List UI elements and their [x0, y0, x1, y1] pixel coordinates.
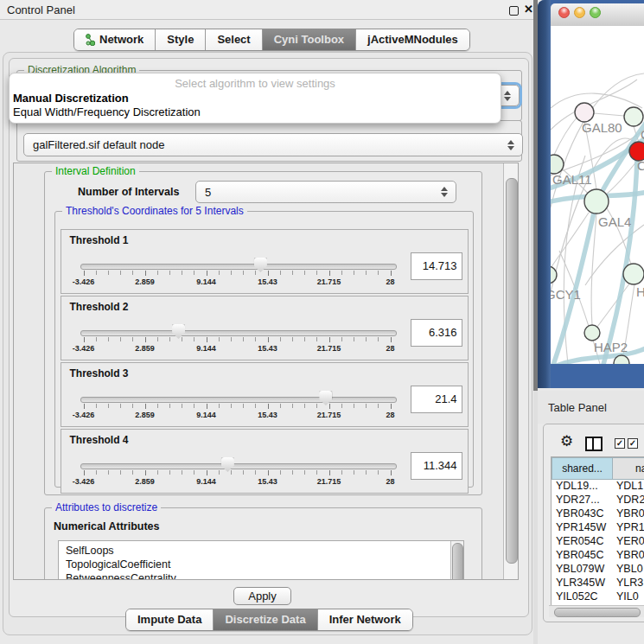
split-columns-icon[interactable] — [585, 437, 603, 451]
network-node-h[interactable] — [623, 264, 644, 284]
tick-label: 21.715 — [307, 411, 352, 419]
threshold-value-field[interactable]: 11.344 — [411, 452, 462, 480]
node-table[interactable]: shared... na YDL19...YDL1YDR27...YDR2YBR… — [551, 456, 644, 609]
tick-label: 15.43 — [245, 477, 290, 486]
list-item[interactable]: TopologicalCoefficient — [59, 558, 463, 571]
table-row[interactable]: YLR345WYLR3 — [552, 576, 644, 590]
table-row[interactable]: YDR27...YDR2 — [552, 493, 644, 507]
column-header-name[interactable]: na — [612, 457, 644, 480]
network-node[interactable] — [624, 107, 643, 126]
tick-mark — [207, 470, 207, 475]
network-window-titlebar[interactable] — [551, 3, 644, 27]
threshold-slider-track[interactable] — [80, 463, 397, 469]
node-label: GCY1 — [551, 287, 581, 302]
tick-label: 28 — [368, 344, 413, 353]
threshold-slider-track[interactable] — [80, 264, 397, 270]
panel-scrollbar-thumb[interactable] — [506, 178, 518, 564]
numerical-attributes-list[interactable]: SelfLoopsTopologicalCoefficientBetweenne… — [58, 540, 464, 580]
tick-mark — [169, 271, 170, 275]
threshold-label: Threshold 1 — [70, 234, 129, 246]
tab-discretize-data[interactable]: Discretize Data — [214, 609, 317, 630]
table-hscrollbar-thumb[interactable] — [554, 608, 641, 617]
tab-jactivemnodules[interactable]: jActiveMNodules — [356, 29, 469, 50]
threshold-value-field[interactable]: 21.4 — [411, 386, 462, 413]
tab-cyni-toolbox[interactable]: Cyni Toolbox — [263, 29, 356, 50]
tick-mark — [304, 470, 305, 475]
table-row[interactable]: YBR045CYBR0 — [552, 548, 644, 562]
network-node-gal80[interactable] — [575, 103, 594, 122]
tick-mark — [329, 271, 330, 276]
table-row[interactable]: YBL079WYBL0 — [552, 562, 644, 576]
tick-mark — [169, 470, 170, 475]
table-row[interactable]: YDL19...YDL1 — [552, 479, 644, 493]
threshold-rows: Threshold 1-3.4262.8599.14415.4321.71528… — [55, 212, 473, 494]
threshold-row: Threshold 4-3.4262.8599.14415.4321.71528… — [61, 429, 469, 494]
threshold-slider-handle[interactable] — [172, 324, 185, 339]
table-row[interactable]: YPR145WYPR1 — [552, 520, 644, 534]
tab-impute-data[interactable]: Impute Data — [126, 609, 214, 630]
network-node-gal11[interactable] — [551, 155, 564, 174]
table-data-combobox[interactable]: galFiltered.sif default node — [23, 133, 523, 156]
minimize-light[interactable] — [574, 7, 585, 18]
attributes-group: Attributes to discretize Numerical Attri… — [44, 507, 482, 580]
list-scrollbar-track[interactable] — [450, 541, 463, 580]
tick-mark — [231, 470, 232, 475]
threshold-slider-track[interactable] — [80, 330, 397, 336]
column-header-shared-name[interactable]: shared... — [552, 457, 613, 480]
list-item[interactable]: BetweennessCentrality — [59, 571, 463, 580]
tick-label: 15.43 — [245, 344, 290, 353]
tab-select[interactable]: Select — [206, 29, 262, 50]
number-of-intervals-combobox[interactable]: 5 — [195, 181, 456, 203]
tick-mark — [194, 404, 194, 408]
checkbox-icon[interactable]: ✓ — [615, 438, 625, 449]
table-row[interactable]: YER054CYER0 — [552, 534, 644, 548]
attribute-items: SelfLoopsTopologicalCoefficientBetweenne… — [59, 541, 463, 580]
threshold-label: Threshold 3 — [70, 367, 129, 379]
table-row[interactable]: YBR043CYBR0 — [552, 507, 644, 520]
list-scrollbar-thumb[interactable] — [452, 543, 463, 580]
float-window-icon[interactable] — [509, 6, 519, 16]
tick-label: 9.144 — [184, 477, 229, 486]
apply-button[interactable]: Apply — [233, 587, 291, 605]
checkbox-icon[interactable]: ✓ — [628, 438, 638, 449]
tab-label: Discretize Data — [225, 609, 305, 630]
popup-option-manual[interactable]: Manual Discretization — [13, 92, 129, 105]
threshold-slider-handle[interactable] — [319, 391, 332, 405]
tab-style[interactable]: Style — [156, 29, 206, 50]
table-row[interactable]: YIL052CYIL0 — [552, 590, 644, 600]
network-node-hap2[interactable] — [584, 325, 600, 341]
list-item[interactable]: SelfLoops — [59, 544, 463, 558]
close-light[interactable] — [558, 7, 570, 18]
tick-mark — [169, 404, 170, 408]
tick-mark — [207, 271, 207, 276]
tab-infer-network[interactable]: Infer Network — [318, 609, 412, 630]
tick-mark — [280, 271, 281, 275]
network-graph-icon — [86, 34, 95, 46]
cell-shared-name: YDL19... — [552, 479, 612, 493]
tick-mark — [255, 337, 256, 341]
popup-option-equal-width[interactable]: Equal Width/Frequency Discretization — [13, 105, 201, 118]
threshold-value-field[interactable]: 14.713 — [411, 252, 462, 280]
close-icon[interactable]: ✕ — [524, 3, 533, 16]
network-node-gcy1[interactable] — [551, 266, 557, 284]
table-data-combo-value: galFiltered.sif default node — [33, 138, 164, 151]
network-node-gal4[interactable] — [584, 189, 609, 214]
interval-definition-group: Interval Definition Number of Intervals … — [44, 171, 482, 495]
table-hscrollbar-track[interactable] — [549, 605, 644, 617]
threshold-slider-handle[interactable] — [221, 457, 234, 472]
algorithm-popup: Select algorithm to view settings Manual… — [9, 73, 501, 124]
panel-scrollbar-track[interactable] — [503, 163, 519, 579]
gear-icon[interactable]: ⚙ — [560, 434, 573, 449]
threshold-value-field[interactable]: 6.316 — [411, 319, 462, 347]
zoom-light[interactable] — [590, 7, 601, 18]
tick-label: 21.715 — [307, 277, 352, 286]
cell-name: YBR0 — [612, 507, 644, 520]
network-canvas[interactable]: GAL80GACGAL11GAL4GCY1HHAP2 — [551, 26, 644, 364]
tick-mark — [219, 470, 220, 475]
tick-mark — [391, 470, 392, 475]
algorithm-popup-hint: Select algorithm to view settings — [10, 77, 501, 90]
tab-network[interactable]: Network — [74, 29, 156, 50]
threshold-slider-track[interactable] — [80, 397, 397, 403]
tick-mark — [132, 337, 133, 341]
tick-mark — [316, 271, 317, 275]
